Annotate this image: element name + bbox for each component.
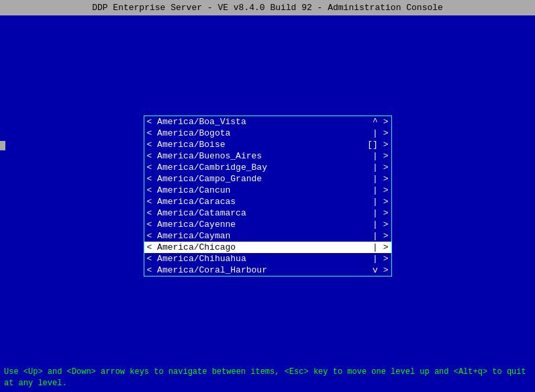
list-item[interactable]: < America/Boa_Vista^ >: [144, 116, 391, 128]
list-item-indicator: | >: [373, 254, 388, 264]
list-item-label: < America/Cancun: [147, 185, 373, 195]
list-item-label: < America/Cayman: [147, 231, 373, 241]
list-item[interactable]: < America/Chihuahua| >: [144, 253, 391, 264]
list-item-label: < America/Campo_Grande: [147, 174, 373, 184]
list-item-indicator: | >: [373, 151, 388, 161]
main-container: < America/Boa_Vista^ >< America/Bogota| …: [0, 22, 535, 370]
list-item-label: < America/Coral_Harbour: [147, 265, 373, 275]
list-item-indicator: [] >: [367, 140, 388, 150]
list-item[interactable]: < America/Cayman| >: [144, 230, 391, 242]
list-item[interactable]: < America/Cambridge_Bay| >: [144, 162, 391, 173]
list-item[interactable]: < America/Cancun| >: [144, 185, 391, 196]
list-item-label: < America/Chicago: [147, 242, 373, 252]
list-item[interactable]: < America/Buenos_Aires| >: [144, 150, 391, 162]
list-item[interactable]: < America/Bogota| >: [144, 128, 391, 139]
cursor: [0, 141, 5, 150]
list-item[interactable]: < America/Boise[] >: [144, 139, 391, 150]
list-item-indicator: | >: [373, 174, 388, 184]
list-item[interactable]: < America/Campo_Grande| >: [144, 173, 391, 185]
list-item-indicator: | >: [373, 197, 388, 207]
list-item-label: < America/Caracas: [147, 197, 373, 207]
list-item-indicator: | >: [373, 231, 388, 241]
list-item-label: < America/Cambridge_Bay: [147, 162, 373, 173]
list-item-label: < America/Catamarca: [147, 208, 373, 218]
list-item-label: < America/Boa_Vista: [147, 117, 373, 127]
status-bar: Use <Up> and <Down> arrow keys to naviga…: [0, 364, 535, 392]
status-text: Use <Up> and <Down> arrow keys to naviga…: [4, 367, 526, 388]
list-item-label: < America/Boise: [147, 140, 368, 150]
list-item-indicator: | >: [373, 208, 388, 218]
list-item-indicator: | >: [373, 128, 388, 138]
list-item[interactable]: < America/Caracas| >: [144, 196, 391, 207]
list-item[interactable]: < America/Catamarca| >: [144, 207, 391, 219]
list-item-indicator: | >: [373, 185, 388, 195]
list-box[interactable]: < America/Boa_Vista^ >< America/Bogota| …: [144, 115, 392, 277]
list-item-indicator: ^ >: [373, 117, 388, 127]
list-item-indicator: v >: [373, 265, 388, 275]
list-item-label: < America/Bogota: [147, 128, 373, 138]
title-text: DDP Enterprise Server - VE v8.4.0 Build …: [92, 3, 443, 13]
list-item-indicator: | >: [373, 242, 388, 252]
list-item-indicator: | >: [373, 219, 388, 230]
list-item-label: < America/Chihuahua: [147, 254, 373, 264]
list-item[interactable]: < America/Chicago| >: [144, 242, 391, 253]
list-item-label: < America/Buenos_Aires: [147, 151, 373, 161]
title-bar: DDP Enterprise Server - VE v8.4.0 Build …: [0, 0, 535, 15]
list-item[interactable]: < America/Cayenne| >: [144, 219, 391, 230]
list-item-indicator: | >: [373, 162, 388, 173]
list-item-label: < America/Cayenne: [147, 219, 373, 230]
list-item[interactable]: < America/Coral_Harbourv >: [144, 264, 391, 276]
